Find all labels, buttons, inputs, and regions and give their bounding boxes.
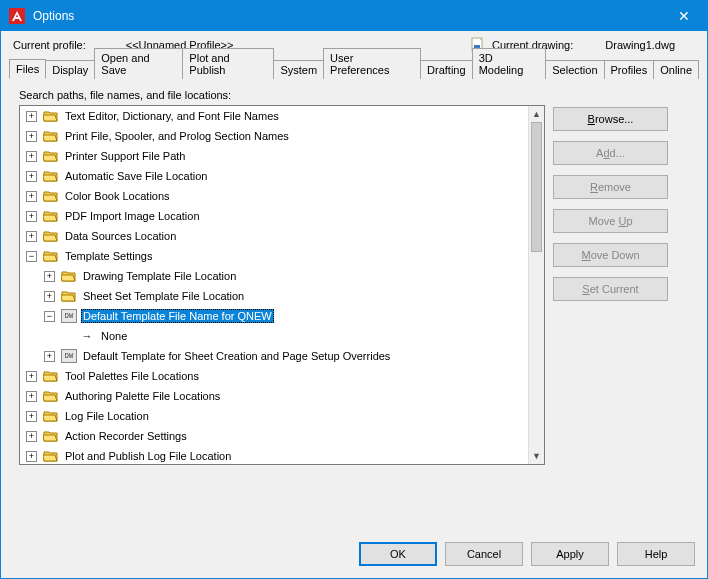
tree-node-label: Color Book Locations xyxy=(63,189,172,203)
tab-profiles[interactable]: Profiles xyxy=(604,60,655,79)
tree-row[interactable]: +Authoring Palette File Locations xyxy=(20,386,528,406)
scroll-thumb[interactable] xyxy=(531,122,542,252)
tree-row[interactable]: +DWDefault Template for Sheet Creation a… xyxy=(20,346,528,366)
expand-toggle[interactable]: + xyxy=(26,111,37,122)
drawing-value: Drawing1.dwg xyxy=(605,39,675,51)
tree-row[interactable]: +Log File Location xyxy=(20,406,528,426)
panel-caption: Search paths, file names, and file locat… xyxy=(19,89,689,101)
remove-button[interactable]: Remove xyxy=(553,175,668,199)
expand-toggle[interactable]: + xyxy=(26,151,37,162)
expand-toggle[interactable]: + xyxy=(26,231,37,242)
folder-icon xyxy=(43,449,59,463)
folder-icon xyxy=(43,409,59,423)
tree-row[interactable]: +PDF Import Image Location xyxy=(20,206,528,226)
tree-row[interactable]: +Action Recorder Settings xyxy=(20,426,528,446)
title-bar[interactable]: Options ✕ xyxy=(1,1,707,31)
tree-node-label: Sheet Set Template File Location xyxy=(81,289,246,303)
folder-icon xyxy=(43,249,59,263)
close-icon: ✕ xyxy=(678,8,690,24)
tab-online[interactable]: Online xyxy=(653,60,699,79)
tree-row[interactable]: +Text Editor, Dictionary, and Font File … xyxy=(20,106,528,126)
tree-row[interactable]: +Automatic Save File Location xyxy=(20,166,528,186)
options-dialog: Options ✕ Current profile: <<Unnamed Pro… xyxy=(0,0,708,579)
expand-toggle[interactable]: + xyxy=(44,291,55,302)
tree-node-label: Authoring Palette File Locations xyxy=(63,389,222,403)
scroll-up-button[interactable]: ▲ xyxy=(529,106,544,122)
tree-row[interactable]: →None xyxy=(20,326,528,346)
apply-button[interactable]: Apply xyxy=(531,542,609,566)
tree-node-label: Text Editor, Dictionary, and Font File N… xyxy=(63,109,281,123)
tree-node-label: Template Settings xyxy=(63,249,154,263)
tree-row[interactable]: +Sheet Set Template File Location xyxy=(20,286,528,306)
folder-icon xyxy=(61,289,77,303)
tab-system[interactable]: System xyxy=(273,60,324,79)
close-button[interactable]: ✕ xyxy=(661,1,707,31)
tree-node-label: Data Sources Location xyxy=(63,229,178,243)
tab-drafting[interactable]: Drafting xyxy=(420,60,473,79)
expand-toggle[interactable]: + xyxy=(26,171,37,182)
expand-toggle[interactable]: + xyxy=(26,431,37,442)
profile-label: Current profile: xyxy=(13,39,86,51)
tree-node-label: PDF Import Image Location xyxy=(63,209,202,223)
tab-files[interactable]: Files xyxy=(9,59,46,79)
tab-selection[interactable]: Selection xyxy=(545,60,604,79)
folder-icon xyxy=(43,429,59,443)
expand-toggle[interactable]: + xyxy=(26,451,37,462)
tab-open-and-save[interactable]: Open and Save xyxy=(94,48,183,79)
browse-button[interactable]: Browse... xyxy=(553,107,668,131)
tree-row[interactable]: +Data Sources Location xyxy=(20,226,528,246)
ok-button[interactable]: OK xyxy=(359,542,437,566)
tree-row[interactable]: +Tool Palettes File Locations xyxy=(20,366,528,386)
tree-row[interactable]: +Drawing Template File Location xyxy=(20,266,528,286)
tree-node-label: Automatic Save File Location xyxy=(63,169,209,183)
tree-node-label: Printer Support File Path xyxy=(63,149,187,163)
cancel-button[interactable]: Cancel xyxy=(445,542,523,566)
expand-toggle[interactable]: + xyxy=(44,271,55,282)
tree-node-label: Print File, Spooler, and Prolog Section … xyxy=(63,129,291,143)
move-down-button[interactable]: Move Down xyxy=(553,243,668,267)
add-button[interactable]: Add... xyxy=(553,141,668,165)
folder-icon xyxy=(43,209,59,223)
tab-user-preferences[interactable]: User Preferences xyxy=(323,48,421,79)
dialog-buttons: OK Cancel Apply Help xyxy=(1,534,707,578)
dwt-icon: DW xyxy=(61,349,77,363)
folder-icon xyxy=(43,369,59,383)
expand-toggle[interactable]: + xyxy=(26,391,37,402)
expand-toggle[interactable]: + xyxy=(26,371,37,382)
set-current-button[interactable]: Set Current xyxy=(553,277,668,301)
scrollbar[interactable]: ▲ ▼ xyxy=(528,106,544,464)
folder-icon xyxy=(43,169,59,183)
tab-display[interactable]: Display xyxy=(45,60,95,79)
tab-3d-modeling[interactable]: 3D Modeling xyxy=(472,48,547,79)
expand-toggle[interactable]: − xyxy=(26,251,37,262)
scroll-down-button[interactable]: ▼ xyxy=(529,448,544,464)
svg-rect-0 xyxy=(9,8,25,24)
tree-row[interactable]: +Plot and Publish Log File Location xyxy=(20,446,528,465)
tree-row[interactable]: +Printer Support File Path xyxy=(20,146,528,166)
files-tab-panel: Search paths, file names, and file locat… xyxy=(9,79,699,469)
move-up-button[interactable]: Move Up xyxy=(553,209,668,233)
tree-node-label: Tool Palettes File Locations xyxy=(63,369,201,383)
tree-row[interactable]: −DWDefault Template File Name for QNEW xyxy=(20,306,528,326)
tab-plot-and-publish[interactable]: Plot and Publish xyxy=(182,48,274,79)
folder-icon xyxy=(43,129,59,143)
help-button[interactable]: Help xyxy=(617,542,695,566)
expand-toggle[interactable]: + xyxy=(26,411,37,422)
folder-icon xyxy=(43,389,59,403)
expand-toggle[interactable]: + xyxy=(26,211,37,222)
tree-row[interactable]: +Print File, Spooler, and Prolog Section… xyxy=(20,126,528,146)
expand-toggle[interactable]: + xyxy=(44,351,55,362)
folder-icon xyxy=(43,189,59,203)
folder-icon xyxy=(61,269,77,283)
expand-toggle[interactable]: − xyxy=(44,311,55,322)
tree-node-label: None xyxy=(99,329,129,343)
tree-node-label: Action Recorder Settings xyxy=(63,429,189,443)
tree-row[interactable]: +Color Book Locations xyxy=(20,186,528,206)
expand-toggle[interactable]: + xyxy=(26,191,37,202)
paths-tree[interactable]: +Text Editor, Dictionary, and Font File … xyxy=(19,105,545,465)
tree-row[interactable]: −Template Settings xyxy=(20,246,528,266)
expand-toggle[interactable]: + xyxy=(26,131,37,142)
folder-icon xyxy=(43,229,59,243)
side-buttons: Browse... Add... Remove Move Up Move Dow… xyxy=(553,105,668,465)
scroll-track[interactable] xyxy=(529,122,544,448)
